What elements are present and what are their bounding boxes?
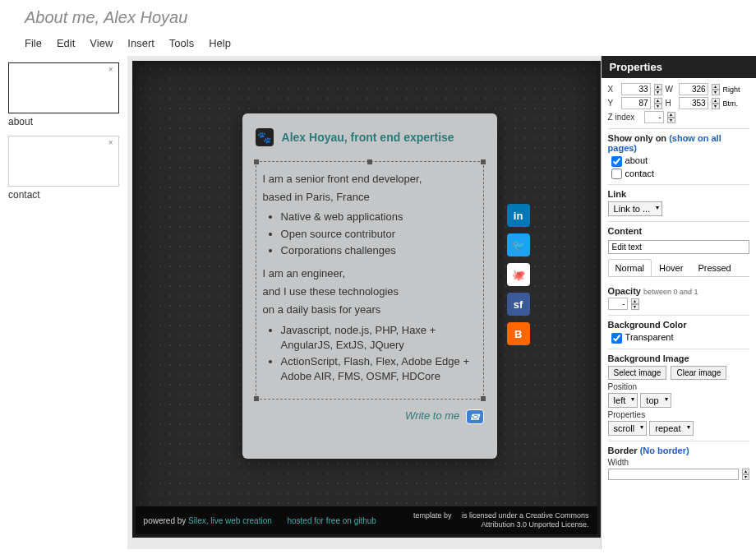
y-input[interactable]: [621, 97, 651, 109]
x-input[interactable]: [621, 83, 651, 95]
h-label: H: [666, 99, 675, 108]
link-section-label: Link: [608, 189, 749, 199]
tab-hover[interactable]: Hover: [652, 259, 690, 276]
properties-header: Properties: [602, 56, 756, 78]
style-tabs: Normal Hover Pressed: [608, 259, 749, 277]
powered-label: powered by: [144, 516, 187, 525]
text-block-selected[interactable]: I am a senior front end developer,based …: [256, 161, 484, 400]
opacity-label: Opacity: [608, 286, 641, 296]
pages-panel: × about × contact: [0, 56, 127, 549]
y-label: Y: [608, 99, 618, 108]
bottom-label: Btm.: [723, 99, 739, 108]
twitter-icon[interactable]: 🐦: [507, 233, 530, 256]
close-icon[interactable]: ×: [108, 138, 113, 147]
check-about[interactable]: [611, 156, 622, 167]
check-about-label: about: [625, 155, 648, 165]
mail-icon[interactable]: ✉: [466, 409, 484, 424]
menu-tools[interactable]: Tools: [169, 37, 194, 49]
h-input[interactable]: [679, 97, 708, 109]
linkedin-icon[interactable]: in: [507, 204, 530, 227]
width-label: Width: [608, 458, 749, 467]
transparent-label: Transparent: [625, 332, 674, 342]
page-title: About me, Alex Hoyau: [25, 8, 731, 27]
h-stepper[interactable]: ▴▾: [712, 98, 720, 109]
y-stepper[interactable]: ▴▾: [654, 98, 662, 109]
zindex-stepper[interactable]: ▴▾: [667, 112, 675, 123]
x-label: X: [608, 85, 618, 94]
right-label: Right: [723, 85, 740, 94]
menu-help[interactable]: Help: [209, 37, 231, 49]
repeat-dropdown[interactable]: repeat: [649, 421, 693, 436]
silex-link[interactable]: Silex, live web creation: [188, 516, 272, 525]
github-icon[interactable]: 🐙: [507, 263, 530, 286]
pos-h-dropdown[interactable]: left: [608, 393, 638, 408]
border-width-input[interactable]: [608, 469, 739, 480]
properties-panel: Properties X ▴▾ W ▴▾ Right Y ▴▾ H ▴▾ Btm…: [601, 56, 756, 549]
w-stepper[interactable]: ▴▾: [712, 84, 720, 95]
menubar: File Edit View Insert Tools Help: [25, 37, 731, 56]
blogger-icon[interactable]: B: [507, 322, 530, 345]
pos-v-dropdown[interactable]: top: [640, 393, 671, 408]
bgcolor-label: Background Color: [608, 320, 749, 330]
close-icon[interactable]: ×: [108, 65, 113, 74]
position-label: Position: [608, 382, 749, 391]
menu-file[interactable]: File: [25, 37, 42, 49]
menu-edit[interactable]: Edit: [57, 37, 75, 49]
canvas-footer: powered by Silex, live web creation host…: [136, 506, 597, 534]
card-title: Alex Hoyau, front end expertise: [282, 131, 454, 144]
canvas-wrap: 🐾 Alex Hoyau, front end expertise I am a…: [127, 56, 601, 549]
w-input[interactable]: [679, 83, 708, 95]
w-label: W: [666, 85, 675, 94]
content-section-label: Content: [608, 226, 749, 236]
bgimage-label: Background Image: [608, 353, 749, 363]
scroll-dropdown[interactable]: scroll: [608, 421, 648, 436]
check-contact[interactable]: [611, 169, 622, 179]
license-pre: template by: [413, 511, 452, 520]
zindex-input[interactable]: [644, 111, 664, 123]
hosted-link[interactable]: hosted for free on github: [287, 516, 376, 525]
opacity-stepper[interactable]: ▴▾: [631, 298, 639, 310]
tab-normal[interactable]: Normal: [608, 259, 652, 276]
canvas[interactable]: 🐾 Alex Hoyau, front end expertise I am a…: [132, 61, 601, 538]
no-border-link[interactable]: (No border): [640, 446, 689, 455]
properties-label: Properties: [608, 410, 749, 419]
menu-insert[interactable]: Insert: [127, 37, 154, 49]
menu-view[interactable]: View: [90, 37, 113, 49]
clear-image-button[interactable]: Clear image: [671, 366, 726, 380]
link-dropdown[interactable]: Link to ...: [608, 201, 663, 216]
content-card: 🐾 Alex Hoyau, front end expertise I am a…: [242, 113, 497, 459]
x-stepper[interactable]: ▴▾: [654, 84, 662, 95]
check-contact-label: contact: [625, 169, 654, 178]
opacity-hint: between 0 and 1: [643, 288, 698, 296]
write-to-me-link[interactable]: Write to me: [405, 410, 459, 423]
transparent-check[interactable]: [611, 333, 622, 344]
tab-pressed[interactable]: Pressed: [690, 259, 738, 276]
zindex-label: Z index: [608, 113, 641, 122]
page-thumb-contact[interactable]: ×: [8, 136, 119, 187]
border-width-stepper[interactable]: ▴▾: [742, 469, 749, 480]
license-text: is licensed under a Creative Commons Att…: [462, 511, 589, 529]
show-only-label: Show only on (show on all pages): [608, 133, 749, 153]
sourceforge-icon[interactable]: sf: [507, 293, 530, 316]
page-thumb-about[interactable]: ×: [8, 62, 119, 113]
edit-text-input[interactable]: [608, 240, 749, 254]
select-image-button[interactable]: Select image: [608, 366, 667, 380]
page-label: contact: [8, 189, 119, 201]
page-label: about: [8, 116, 119, 127]
border-label: Border (No border): [608, 446, 749, 455]
opacity-input[interactable]: [608, 298, 628, 310]
social-column: in 🐦 🐙 sf B: [507, 204, 530, 345]
paw-icon: 🐾: [256, 128, 274, 146]
